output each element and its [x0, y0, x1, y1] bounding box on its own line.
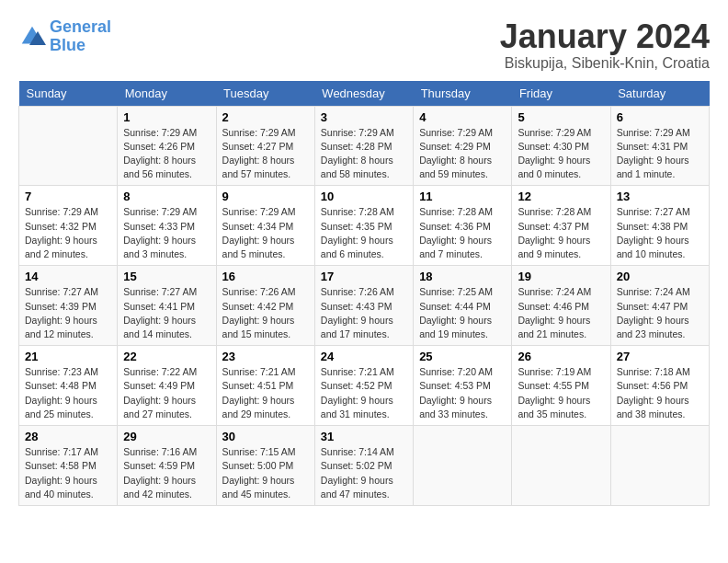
calendar-cell: 2Sunrise: 7:29 AMSunset: 4:27 PMDaylight…: [216, 106, 314, 186]
day-info: Sunrise: 7:29 AMSunset: 4:31 PMDaylight:…: [617, 126, 703, 182]
day-number: 22: [123, 350, 210, 363]
day-number: 7: [25, 190, 111, 203]
logo-line2: Blue: [50, 36, 85, 54]
day-info: Sunrise: 7:18 AMSunset: 4:56 PMDaylight:…: [617, 365, 703, 421]
day-number: 3: [321, 110, 407, 124]
day-info: Sunrise: 7:15 AMSunset: 5:00 PMDaylight:…: [222, 445, 309, 501]
day-number: 26: [518, 350, 604, 363]
day-info: Sunrise: 7:19 AMSunset: 4:55 PMDaylight:…: [518, 365, 604, 421]
calendar-cell: 15Sunrise: 7:27 AMSunset: 4:41 PMDayligh…: [118, 266, 216, 346]
calendar-cell: 28Sunrise: 7:17 AMSunset: 4:58 PMDayligh…: [19, 426, 118, 506]
calendar-cell: 3Sunrise: 7:29 AMSunset: 4:28 PMDaylight…: [314, 106, 413, 186]
day-number: 25: [419, 350, 506, 363]
calendar-cell: 6Sunrise: 7:29 AMSunset: 4:31 PMDaylight…: [610, 106, 709, 186]
logo-text: General Blue: [50, 18, 111, 55]
calendar-cell: 31Sunrise: 7:14 AMSunset: 5:02 PMDayligh…: [314, 426, 413, 506]
day-info: Sunrise: 7:26 AMSunset: 4:42 PMDaylight:…: [222, 285, 309, 341]
calendar-week-3: 14Sunrise: 7:27 AMSunset: 4:39 PMDayligh…: [19, 266, 710, 346]
day-info: Sunrise: 7:29 AMSunset: 4:27 PMDaylight:…: [222, 126, 309, 182]
calendar-cell: 14Sunrise: 7:27 AMSunset: 4:39 PMDayligh…: [19, 266, 118, 346]
calendar-cell: [19, 106, 118, 186]
day-number: 13: [617, 190, 703, 203]
logo-icon: [18, 23, 46, 51]
column-header-friday: Friday: [512, 81, 610, 107]
calendar-cell: [512, 426, 610, 506]
calendar-header-row: SundayMondayTuesdayWednesdayThursdayFrid…: [19, 81, 710, 107]
subtitle: Biskupija, Sibenik-Knin, Croatia: [500, 55, 710, 72]
calendar-cell: 11Sunrise: 7:28 AMSunset: 4:36 PMDayligh…: [414, 186, 512, 266]
calendar-cell: 16Sunrise: 7:26 AMSunset: 4:42 PMDayligh…: [216, 266, 314, 346]
day-info: Sunrise: 7:28 AMSunset: 4:36 PMDaylight:…: [419, 205, 506, 261]
logo: General Blue: [18, 18, 111, 55]
day-number: 30: [222, 430, 309, 443]
calendar-cell: 13Sunrise: 7:27 AMSunset: 4:38 PMDayligh…: [610, 186, 709, 266]
day-info: Sunrise: 7:28 AMSunset: 4:35 PMDaylight:…: [321, 205, 407, 261]
calendar-cell: 21Sunrise: 7:23 AMSunset: 4:48 PMDayligh…: [19, 346, 118, 426]
day-number: 20: [617, 270, 703, 283]
day-number: 31: [321, 430, 407, 443]
page-header: General Blue January 2024 Biskupija, Sib…: [18, 18, 710, 72]
calendar-cell: 9Sunrise: 7:29 AMSunset: 4:34 PMDaylight…: [216, 186, 314, 266]
day-number: 15: [123, 270, 210, 283]
day-number: 18: [419, 270, 506, 283]
day-number: 29: [123, 430, 210, 443]
calendar-cell: 5Sunrise: 7:29 AMSunset: 4:30 PMDaylight…: [512, 106, 610, 186]
day-number: 9: [222, 190, 309, 203]
day-number: 6: [617, 110, 703, 124]
calendar-cell: 24Sunrise: 7:21 AMSunset: 4:52 PMDayligh…: [314, 346, 413, 426]
day-info: Sunrise: 7:26 AMSunset: 4:43 PMDaylight:…: [321, 285, 407, 341]
day-number: 23: [222, 350, 309, 363]
day-number: 11: [419, 190, 506, 203]
logo-line1: General: [50, 17, 111, 36]
day-number: 10: [321, 190, 407, 203]
day-info: Sunrise: 7:29 AMSunset: 4:34 PMDaylight:…: [222, 205, 309, 261]
main-title: January 2024: [500, 18, 710, 55]
column-header-monday: Monday: [118, 81, 216, 107]
calendar-cell: 8Sunrise: 7:29 AMSunset: 4:33 PMDaylight…: [118, 186, 216, 266]
day-number: 16: [222, 270, 309, 283]
calendar-cell: 22Sunrise: 7:22 AMSunset: 4:49 PMDayligh…: [118, 346, 216, 426]
day-number: 14: [25, 270, 111, 283]
day-info: Sunrise: 7:29 AMSunset: 4:30 PMDaylight:…: [518, 126, 604, 182]
day-number: 19: [518, 270, 604, 283]
day-number: 17: [321, 270, 407, 283]
calendar-week-1: 1Sunrise: 7:29 AMSunset: 4:26 PMDaylight…: [19, 106, 710, 186]
day-info: Sunrise: 7:14 AMSunset: 5:02 PMDaylight:…: [321, 445, 407, 501]
calendar-cell: 17Sunrise: 7:26 AMSunset: 4:43 PMDayligh…: [314, 266, 413, 346]
calendar-cell: 27Sunrise: 7:18 AMSunset: 4:56 PMDayligh…: [610, 346, 709, 426]
calendar-week-2: 7Sunrise: 7:29 AMSunset: 4:32 PMDaylight…: [19, 186, 710, 266]
column-header-thursday: Thursday: [414, 81, 512, 107]
day-info: Sunrise: 7:21 AMSunset: 4:51 PMDaylight:…: [222, 365, 309, 421]
day-info: Sunrise: 7:25 AMSunset: 4:44 PMDaylight:…: [419, 285, 506, 341]
calendar-table: SundayMondayTuesdayWednesdayThursdayFrid…: [18, 81, 710, 506]
day-info: Sunrise: 7:21 AMSunset: 4:52 PMDaylight:…: [321, 365, 407, 421]
day-info: Sunrise: 7:16 AMSunset: 4:59 PMDaylight:…: [123, 445, 210, 501]
day-info: Sunrise: 7:27 AMSunset: 4:38 PMDaylight:…: [617, 205, 703, 261]
day-number: 8: [123, 190, 210, 203]
calendar-cell: 26Sunrise: 7:19 AMSunset: 4:55 PMDayligh…: [512, 346, 610, 426]
calendar-cell: 29Sunrise: 7:16 AMSunset: 4:59 PMDayligh…: [118, 426, 216, 506]
day-info: Sunrise: 7:24 AMSunset: 4:47 PMDaylight:…: [617, 285, 703, 341]
calendar-cell: 20Sunrise: 7:24 AMSunset: 4:47 PMDayligh…: [610, 266, 709, 346]
day-info: Sunrise: 7:29 AMSunset: 4:26 PMDaylight:…: [123, 126, 210, 182]
day-number: 12: [518, 190, 604, 203]
calendar-cell: 25Sunrise: 7:20 AMSunset: 4:53 PMDayligh…: [414, 346, 512, 426]
day-number: 4: [419, 110, 506, 124]
day-number: 27: [617, 350, 703, 363]
day-info: Sunrise: 7:27 AMSunset: 4:39 PMDaylight:…: [25, 285, 111, 341]
day-info: Sunrise: 7:29 AMSunset: 4:28 PMDaylight:…: [321, 126, 407, 182]
day-number: 1: [123, 110, 210, 124]
calendar-week-5: 28Sunrise: 7:17 AMSunset: 4:58 PMDayligh…: [19, 426, 710, 506]
day-info: Sunrise: 7:23 AMSunset: 4:48 PMDaylight:…: [25, 365, 111, 421]
title-area: January 2024 Biskupija, Sibenik-Knin, Cr…: [500, 18, 710, 72]
day-info: Sunrise: 7:22 AMSunset: 4:49 PMDaylight:…: [123, 365, 210, 421]
day-number: 28: [25, 430, 111, 443]
calendar-cell: 7Sunrise: 7:29 AMSunset: 4:32 PMDaylight…: [19, 186, 118, 266]
calendar-week-4: 21Sunrise: 7:23 AMSunset: 4:48 PMDayligh…: [19, 346, 710, 426]
calendar-cell: 30Sunrise: 7:15 AMSunset: 5:00 PMDayligh…: [216, 426, 314, 506]
calendar-cell: 12Sunrise: 7:28 AMSunset: 4:37 PMDayligh…: [512, 186, 610, 266]
calendar-cell: 4Sunrise: 7:29 AMSunset: 4:29 PMDaylight…: [414, 106, 512, 186]
column-header-wednesday: Wednesday: [314, 81, 413, 107]
day-info: Sunrise: 7:29 AMSunset: 4:33 PMDaylight:…: [123, 205, 210, 261]
day-number: 24: [321, 350, 407, 363]
